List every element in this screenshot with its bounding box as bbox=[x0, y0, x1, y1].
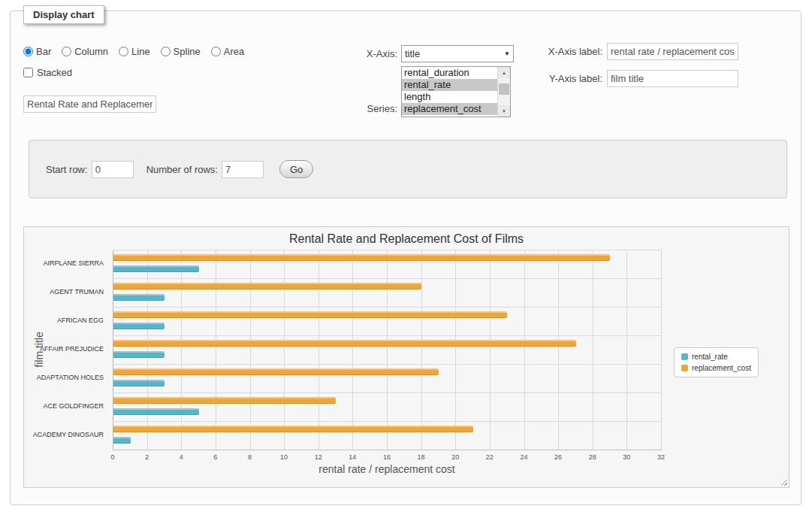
stacked-option[interactable]: Stacked bbox=[23, 67, 72, 78]
x-tick-label: 10 bbox=[269, 453, 299, 461]
x-tick-label: 8 bbox=[235, 453, 265, 461]
gridline-vertical bbox=[421, 250, 422, 450]
bar-replacement_cost bbox=[113, 283, 421, 289]
x-tick-label: 16 bbox=[372, 453, 402, 461]
x-tick-label: 4 bbox=[166, 453, 196, 461]
x-tick-label: 18 bbox=[406, 453, 436, 461]
gridline-horizontal bbox=[113, 450, 662, 450]
gridline-horizontal bbox=[113, 278, 662, 279]
chart-type-option-area[interactable]: Area bbox=[211, 46, 244, 57]
legend-label: replacement_cost bbox=[692, 364, 751, 372]
display-chart-legend: Display chart bbox=[23, 5, 104, 24]
go-button[interactable]: Go bbox=[279, 160, 313, 178]
stacked-label: Stacked bbox=[37, 67, 72, 78]
y-axis-label-row: Y-Axis label: bbox=[476, 70, 738, 87]
chart-type-label: Column bbox=[74, 46, 108, 57]
chart-type-radio-line[interactable] bbox=[119, 47, 128, 56]
y-axis-label-input[interactable] bbox=[607, 70, 738, 87]
chart-type-radio-bar[interactable] bbox=[23, 47, 33, 56]
gridline-vertical bbox=[593, 250, 593, 450]
series-option-replacement_cost[interactable]: replacement_cost bbox=[402, 103, 497, 115]
gridline-horizontal bbox=[113, 364, 662, 365]
legend-swatch-replacement_cost bbox=[681, 365, 688, 371]
gridline-horizontal bbox=[113, 421, 662, 422]
chart-resize-handle[interactable] bbox=[779, 477, 787, 486]
chart-title-input[interactable] bbox=[23, 95, 156, 113]
x-tick-label: 12 bbox=[303, 453, 334, 461]
bar-replacement_cost bbox=[113, 368, 439, 375]
legend-swatch-rental_rate bbox=[681, 353, 688, 360]
gridline-vertical bbox=[147, 250, 148, 450]
gridline-vertical bbox=[250, 250, 251, 450]
bar-rental_rate bbox=[113, 437, 131, 444]
x-tick-label: 24 bbox=[509, 453, 539, 461]
start-row-label: Start row: bbox=[46, 164, 88, 175]
bar-replacement_cost bbox=[113, 340, 576, 347]
gridline-vertical bbox=[318, 250, 319, 450]
scroll-down-icon[interactable]: ▼ bbox=[498, 105, 510, 117]
chart-type-label: Spline bbox=[174, 46, 201, 57]
chart-type-label: Line bbox=[131, 46, 150, 57]
chart-type-option-spline[interactable]: Spline bbox=[161, 46, 201, 57]
bar-rental_rate bbox=[113, 408, 199, 415]
gridline-horizontal bbox=[113, 307, 662, 308]
x-tick-label: 2 bbox=[132, 453, 162, 461]
x-tick-label: 14 bbox=[337, 453, 367, 461]
x-tick-label: 26 bbox=[543, 453, 573, 461]
chart-x-axis-title: rental rate / replacement cost bbox=[113, 463, 661, 475]
x-tick-label: 6 bbox=[201, 453, 231, 461]
chart-type-label: Area bbox=[224, 46, 244, 57]
chart-type-radios: BarColumnLineSplineArea bbox=[23, 46, 255, 57]
bar-replacement_cost bbox=[113, 397, 336, 404]
bar-rental_rate bbox=[113, 265, 199, 272]
series-caption: Series: bbox=[296, 103, 397, 114]
bar-replacement_cost bbox=[113, 426, 473, 432]
x-tick-label: 20 bbox=[440, 453, 470, 461]
bar-replacement_cost bbox=[113, 254, 610, 261]
bar-replacement_cost bbox=[113, 311, 507, 318]
bar-rental_rate bbox=[113, 380, 165, 386]
start-row-input[interactable] bbox=[92, 161, 134, 178]
chart-type-option-line[interactable]: Line bbox=[119, 46, 150, 57]
gridline-horizontal bbox=[113, 392, 662, 393]
chart-legend: rental_ratereplacement_cost bbox=[674, 347, 759, 377]
gridline-vertical bbox=[661, 250, 662, 450]
chart-type-option-bar[interactable]: Bar bbox=[23, 46, 51, 57]
x-axis-label-input[interactable] bbox=[607, 43, 738, 60]
chart-type-option-column[interactable]: Column bbox=[62, 46, 108, 57]
legend-item-replacement_cost[interactable]: replacement_cost bbox=[681, 364, 751, 372]
gridline-vertical bbox=[387, 250, 388, 450]
gridline-vertical bbox=[113, 250, 113, 450]
gridline-horizontal bbox=[113, 250, 662, 250]
chart-title: Rental Rate and Replacement Cost of Film… bbox=[24, 232, 789, 246]
gridline-vertical bbox=[490, 250, 491, 450]
bar-rental_rate bbox=[113, 323, 165, 329]
gridline-vertical bbox=[216, 250, 216, 450]
legend-item-rental_rate[interactable]: rental_rate bbox=[681, 353, 751, 361]
y-axis-label-caption: Y-Axis label: bbox=[476, 73, 602, 84]
gridline-vertical bbox=[558, 250, 559, 450]
gridline-vertical bbox=[181, 250, 182, 450]
x-axis-label-caption: X-Axis label: bbox=[476, 46, 602, 57]
legend-label: rental_rate bbox=[692, 353, 728, 361]
x-tick-label: 0 bbox=[98, 453, 128, 461]
x-tick-label: 22 bbox=[475, 453, 505, 461]
gridline-horizontal bbox=[113, 335, 662, 336]
chart-type-label: Bar bbox=[36, 46, 51, 57]
gridline-vertical bbox=[455, 250, 456, 450]
chart-type-radio-column[interactable] bbox=[62, 47, 71, 56]
display-chart-panel: Display chart BarColumnLineSplineArea St… bbox=[10, 11, 801, 505]
stacked-checkbox[interactable] bbox=[23, 68, 33, 77]
x-axis-label-row: X-Axis label: bbox=[476, 43, 738, 60]
chart-y-axis-title: film title bbox=[33, 250, 45, 450]
bar-rental_rate bbox=[113, 294, 165, 301]
gridline-vertical bbox=[626, 250, 627, 450]
series-option-length[interactable]: length bbox=[402, 91, 497, 103]
chart: Rental Rate and Replacement Cost of Film… bbox=[23, 226, 789, 488]
chart-type-radio-area[interactable] bbox=[211, 47, 221, 56]
rows-panel: Start row: Number of rows: Go bbox=[29, 140, 787, 198]
gridline-vertical bbox=[524, 250, 525, 450]
num-rows-input[interactable] bbox=[222, 161, 264, 178]
x-tick-label: 32 bbox=[646, 453, 676, 461]
chart-type-radio-spline[interactable] bbox=[161, 47, 171, 56]
